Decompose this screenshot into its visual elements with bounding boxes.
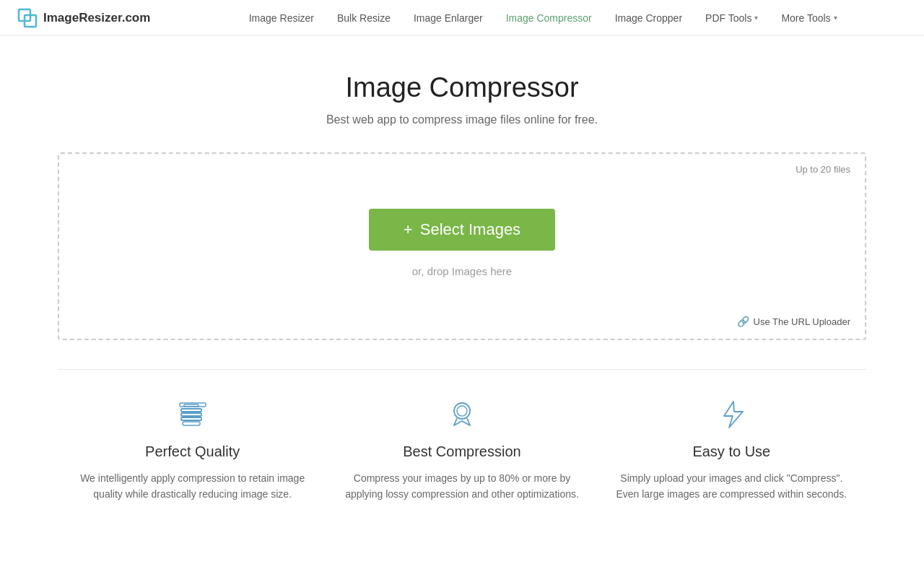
- page-title: Image Compressor: [58, 72, 866, 103]
- svg-rect-7: [183, 422, 200, 425]
- logo[interactable]: ImageResizer.com: [17, 8, 150, 28]
- upload-limit-label: Up to 20 files: [796, 164, 850, 175]
- bolt-icon: [715, 399, 747, 430]
- nav-more-tools[interactable]: More Tools ▾: [770, 12, 848, 24]
- feature-best-compression-title: Best Compression: [403, 443, 520, 460]
- feature-easy-to-use: Easy to Use Simply upload your images an…: [611, 399, 852, 503]
- feature-best-compression: Best Compression Compress your images by…: [341, 399, 582, 503]
- page-subtitle: Best web app to compress image files onl…: [58, 113, 866, 126]
- nav-image-resizer[interactable]: Image Resizer: [237, 12, 326, 24]
- drop-text: or, drop Images here: [412, 265, 512, 277]
- upload-dropzone[interactable]: Up to 20 files + Select Images or, drop …: [58, 152, 866, 340]
- nav: Image Resizer Bulk Resize Image Enlarger…: [179, 12, 907, 24]
- features-section: Perfect Quality We intelligently apply c…: [58, 399, 866, 503]
- logo-text: ImageResizer.com: [43, 11, 150, 25]
- layers-icon: [177, 399, 209, 430]
- award-icon: [446, 399, 478, 430]
- svg-point-8: [454, 403, 470, 419]
- section-divider: [58, 369, 866, 370]
- feature-easy-to-use-desc: Simply upload your images and click "Com…: [611, 470, 852, 503]
- link-icon: 🔗: [737, 316, 749, 327]
- feature-perfect-quality-desc: We intelligently apply compression to re…: [72, 470, 313, 503]
- nav-image-compressor[interactable]: Image Compressor: [494, 12, 603, 24]
- feature-best-compression-desc: Compress your images by up to 80% or mor…: [341, 470, 582, 503]
- feature-easy-to-use-title: Easy to Use: [692, 443, 770, 460]
- nav-image-enlarger[interactable]: Image Enlarger: [402, 12, 494, 24]
- svg-rect-3: [181, 413, 201, 416]
- svg-rect-4: [181, 417, 201, 420]
- feature-perfect-quality-title: Perfect Quality: [145, 443, 240, 460]
- plus-icon: +: [404, 220, 413, 239]
- select-images-button[interactable]: + Select Images: [369, 209, 555, 251]
- svg-point-9: [457, 406, 467, 416]
- nav-pdf-tools[interactable]: PDF Tools ▾: [694, 12, 770, 24]
- pdf-tools-arrow-icon: ▾: [754, 14, 758, 22]
- more-tools-arrow-icon: ▾: [834, 14, 837, 22]
- url-uploader-button[interactable]: 🔗 Use The URL Uploader: [737, 316, 850, 327]
- svg-rect-2: [181, 409, 201, 412]
- nav-image-cropper[interactable]: Image Cropper: [603, 12, 694, 24]
- feature-perfect-quality: Perfect Quality We intelligently apply c…: [72, 399, 313, 503]
- logo-icon: [17, 8, 38, 28]
- header: ImageResizer.com Image Resizer Bulk Resi…: [0, 0, 924, 36]
- nav-bulk-resize[interactable]: Bulk Resize: [326, 12, 402, 24]
- main-content: Image Compressor Best web app to compres…: [0, 36, 924, 532]
